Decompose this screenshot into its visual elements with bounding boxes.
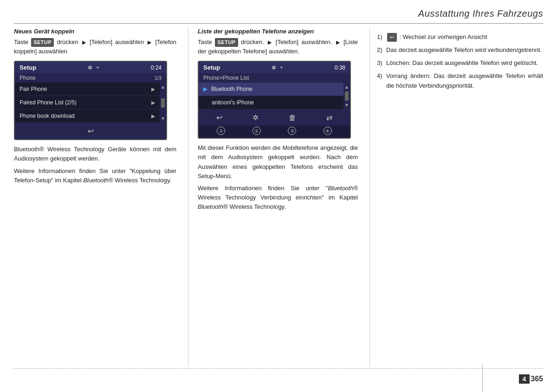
screen2-btn-3[interactable]: ⇄ [323,112,336,123]
screen1-header: Setup ✲ ÷ 0:24 [15,62,166,73]
column-2: Liste der gekoppelten Telefone anzeigen … [191,28,367,366]
page-number: 4 365 [519,374,544,384]
list-item-4-text: Vorrang ändern: Das derzeit ausgewählte … [386,71,543,90]
list-item-3: 3) Löschen: Das derzeit ausgewählte Tele… [377,58,543,68]
screen1-row-1[interactable]: Paired Phone List (2/5) ▶ [15,96,160,109]
screen1-row-0-label: Pair Phone [19,86,47,92]
screen1-title: Setup [19,64,36,71]
screen2-icons: ✲ ÷ [272,64,283,71]
col2-body1: Taste SETUP drücken. ▶ [Telefon] auswähl… [198,38,358,56]
list-item-2-text: Das derzeit ausgewählte Telefon wird ver… [386,45,543,55]
screen1-row-0-arrow: ▶ [151,86,155,92]
screen2-row-0[interactable]: ▶ Bluetooth Phone [199,83,343,96]
section2-title: Liste der gekoppelten Telefone anzeigen [198,28,358,35]
signal-icon: ÷ [96,64,99,71]
screen-1: Setup ✲ ÷ 0:24 Phone 1/3 Pair Phone ▶ [14,61,167,140]
setup-label-1: SETUP [31,38,54,47]
col2-body3: Weitere Informationen finden Sie unter "… [198,184,358,212]
list-item-1-num: 1) [377,32,386,42]
scroll-down-icon[interactable]: ▼ [161,116,165,121]
screen1-subheader: Phone 1/3 [15,73,166,83]
screen2-row-1[interactable]: anitooni's iPhone [199,96,343,109]
screen2-btn-2[interactable]: 🗑 [285,113,300,123]
screen2-rows: ▶ Bluetooth Phone anitooni's iPhone [199,83,343,109]
main-content: Neues Gerät koppeln Taste SETUP drücken … [14,28,543,366]
col2-body2: Mit dieser Funktion werden die Mobiltele… [198,143,358,181]
screen2-bt-icon: ✲ [272,64,276,71]
screen-2: Setup ✲ ÷ 0:38 Phone>Phone List ▶ Blueto… [198,61,351,139]
scroll-up-icon[interactable]: ▲ [161,84,165,90]
screen1-page: 1/3 [155,75,162,81]
back-icon: ↩ [387,33,397,42]
scroll-thumb [161,98,165,108]
screen2-subheader: Phone>Phone List [199,73,350,83]
list-item-3-num: 3) [377,58,386,68]
circle-4: ④ [324,127,332,135]
screen1-row-2[interactable]: Phone book download ▶ [15,109,160,123]
list-item-1-text: ↩ : Wechsel zur vorherigen Ansicht [386,32,543,42]
footer-vertical-divider [482,364,483,392]
screen2-scrollbar[interactable]: ▲ ▼ [343,83,350,109]
screen1-rows: Pair Phone ▶ Paired Phone List (2/5) ▶ P… [15,83,160,123]
list-item-2-num: 2) [377,45,386,55]
list-item-4: 4) Vorrang ändern: Das derzeit ausgewähl… [377,71,543,90]
circle-3: ③ [288,127,296,135]
screen1-row-0[interactable]: Pair Phone ▶ [15,83,160,96]
page-title: Ausstattung Ihres Fahrzeugs [418,8,543,19]
screen2-header: Setup ✲ ÷ 0:38 [199,62,350,73]
screen2-row-0-label: Bluetooth Phone [211,86,253,92]
list-item-2: 2) Das derzeit ausgewählte Telefon wird … [377,45,543,55]
section2-body2: Weitere Informationen finden Sie unter "… [14,167,176,185]
screen1-timer: 0:24 [151,64,162,71]
screen2-subheader-label: Phone>Phone List [203,75,249,81]
footer-divider [14,368,543,369]
screen2-timer: 0:38 [335,64,345,71]
screen1-footer: ↩ [15,123,166,139]
screen1-row-1-arrow: ▶ [151,100,155,106]
screen1-subheader-label: Phone [19,75,36,81]
setup-label-2: SETUP [215,38,238,47]
screen2-footer: ↩ ✲ 🗑 ⇄ [199,109,350,126]
screen2-scroll-down[interactable]: ▼ [344,103,349,108]
circle-2: ② [253,127,261,135]
col-divider-2 [369,28,370,366]
list-item-3-text: Löschen: Das derzeit ausgewählte Telefon… [386,58,543,68]
screen1-row-2-arrow: ▶ [151,113,155,119]
screen2-title: Setup [203,64,220,71]
bt-icon: ✲ [88,64,92,71]
screen1-back-btn[interactable]: ↩ [84,126,97,136]
screen2-row-0-bt: ▶ [203,86,207,92]
screen1-icons: ✲ ÷ [88,64,99,71]
screen2-btn-0[interactable]: ↩ [213,112,226,123]
screen2-rows-container: ▶ Bluetooth Phone anitooni's iPhone ▲ ▼ [199,83,350,109]
screen2-row-1-label: anitooni's iPhone [212,99,254,106]
column-3: 1) ↩ : Wechsel zur vorherigen Ansicht 2)… [372,28,543,366]
column-1: Neues Gerät koppeln Taste SETUP drücken … [14,28,186,366]
screen1-row-2-label: Phone book download [19,113,75,119]
screen2-btn-1[interactable]: ✲ [249,112,262,123]
screen2-scroll-up[interactable]: ▲ [344,84,349,90]
page-num: 365 [531,375,543,383]
section1-body: Taste SETUP drücken ▶ [Telefon] auswähle… [14,38,176,56]
screen2-signal-icon: ÷ [280,64,283,71]
section2-body: Bluetooth® Wireless Technology Geräte kö… [14,145,176,163]
col-divider-1 [188,28,188,366]
screen1-rows-container: Pair Phone ▶ Paired Phone List (2/5) ▶ P… [15,83,166,123]
section1-title: Neues Gerät koppeln [14,28,176,35]
screen1-scrollbar[interactable]: ▲ ▼ [160,83,166,123]
page-block: 4 [519,374,530,384]
screen2-scroll-thumb [345,91,349,101]
screen1-row-1-label: Paired Phone List (2/5) [19,99,77,106]
circle-numbers: ① ② ③ ④ [199,126,350,138]
list-item-1: 1) ↩ : Wechsel zur vorherigen Ansicht [377,32,543,42]
circle-1: ① [217,127,225,135]
list-item-4-num: 4) [377,71,386,90]
header-divider [14,23,543,24]
